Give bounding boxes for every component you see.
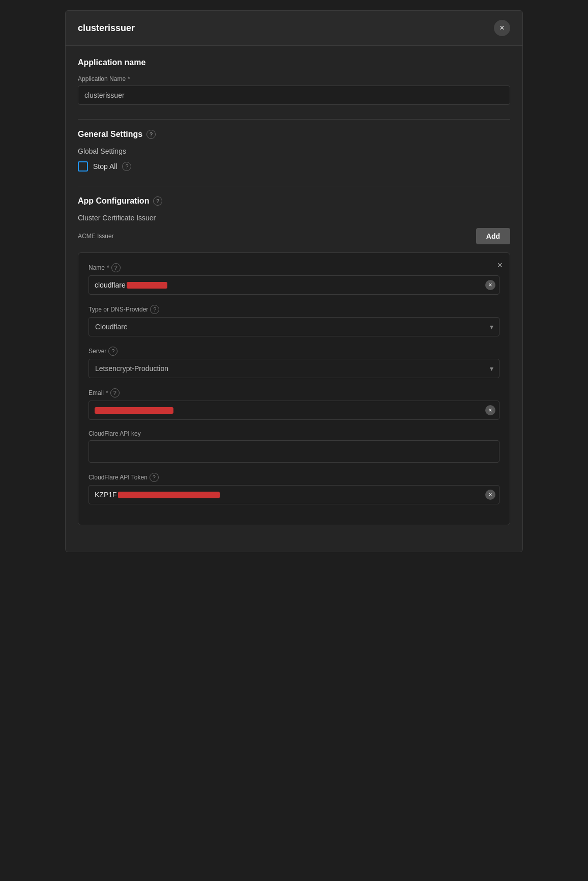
email-input[interactable] <box>89 401 499 420</box>
api-token-input[interactable] <box>89 485 499 504</box>
issuer-close-icon: × <box>497 260 503 270</box>
name-input[interactable] <box>89 275 499 295</box>
modal-title: clusterissuer <box>78 23 135 34</box>
email-field-label: Email * ? <box>89 388 499 397</box>
stop-all-checkbox[interactable] <box>78 161 88 172</box>
close-icon: × <box>499 23 504 33</box>
modal-close-button[interactable]: × <box>494 20 510 36</box>
acme-issuer-label: ACME Issuer <box>78 233 114 240</box>
divider-2 <box>78 186 510 186</box>
stop-all-row: Stop All ? <box>78 161 510 172</box>
api-token-help-icon[interactable]: ? <box>150 473 159 482</box>
server-select[interactable]: Letsencrypt-Production Letsencrypt-Stagi… <box>89 359 499 378</box>
application-name-input[interactable] <box>78 86 510 105</box>
api-key-input[interactable] <box>89 440 499 463</box>
cluster-cert-issuer-label: Cluster Certificate Issuer <box>78 214 510 222</box>
modal-header: clusterissuer × <box>66 11 522 46</box>
api-token-label: CloudFlare API Token ? <box>89 473 499 482</box>
api-key-label: CloudFlare API key <box>89 430 499 437</box>
dns-provider-field-container: Type or DNS-Provider ? Cloudflare Route5… <box>89 305 499 336</box>
name-field-container: Name * ? cloudflare × <box>89 263 499 295</box>
general-settings-title: General Settings ? <box>78 130 510 139</box>
name-field-help-icon[interactable]: ? <box>111 263 121 272</box>
name-clear-icon: × <box>488 281 492 289</box>
email-clear-icon: × <box>488 407 492 414</box>
acme-add-button[interactable]: Add <box>476 228 510 244</box>
dns-provider-label: Type or DNS-Provider ? <box>89 305 499 314</box>
acme-issuer-header: ACME Issuer Add <box>78 228 510 244</box>
name-input-wrapper: cloudflare × <box>89 275 499 295</box>
server-help-icon[interactable]: ? <box>108 347 117 356</box>
application-name-field: Application Name * <box>78 75 510 105</box>
api-token-clear-icon: × <box>488 491 492 498</box>
app-configuration-section: App Configuration ? Cluster Certificate … <box>78 196 510 525</box>
dns-provider-help-icon[interactable]: ? <box>150 305 159 314</box>
issuer-card-close-button[interactable]: × <box>497 260 503 271</box>
email-clear-button[interactable]: × <box>485 405 495 415</box>
email-field-container: Email * ? × <box>89 388 499 420</box>
app-configuration-help-icon[interactable]: ? <box>153 196 162 206</box>
email-input-wrapper: × <box>89 401 499 420</box>
api-key-field-container: CloudFlare API key <box>89 430 499 463</box>
application-name-label: Application Name * <box>78 75 510 82</box>
global-settings-label: Global Settings <box>78 147 510 155</box>
general-settings-section: General Settings ? Global Settings Stop … <box>78 130 510 172</box>
email-help-icon[interactable]: ? <box>110 388 120 397</box>
issuer-card: × Name * ? cloudflare <box>78 252 510 525</box>
app-configuration-title: App Configuration ? <box>78 196 510 206</box>
modal-body: Application name Application Name * Gene… <box>66 46 522 552</box>
general-settings-help-icon[interactable]: ? <box>146 130 156 139</box>
stop-all-help-icon[interactable]: ? <box>122 162 131 171</box>
divider-1 <box>78 119 510 120</box>
dns-provider-select-wrapper: Cloudflare Route53 DigitalOcean CloudDNS… <box>89 317 499 336</box>
api-token-field-container: CloudFlare API Token ? KZP1F × <box>89 473 499 504</box>
api-token-input-wrapper: KZP1F × <box>89 485 499 504</box>
name-field-label: Name * ? <box>89 263 499 272</box>
api-token-clear-button[interactable]: × <box>485 490 495 500</box>
server-field-container: Server ? Letsencrypt-Production Letsencr… <box>89 347 499 378</box>
name-clear-button[interactable]: × <box>485 280 495 290</box>
modal-container: clusterissuer × Application name Applica… <box>65 10 523 552</box>
server-select-wrapper: Letsencrypt-Production Letsencrypt-Stagi… <box>89 359 499 378</box>
stop-all-label: Stop All <box>93 162 117 170</box>
server-field-label: Server ? <box>89 347 499 356</box>
dns-provider-select[interactable]: Cloudflare Route53 DigitalOcean CloudDNS <box>89 317 499 336</box>
application-name-section: Application name Application Name * <box>78 58 510 105</box>
application-name-title: Application name <box>78 58 510 67</box>
